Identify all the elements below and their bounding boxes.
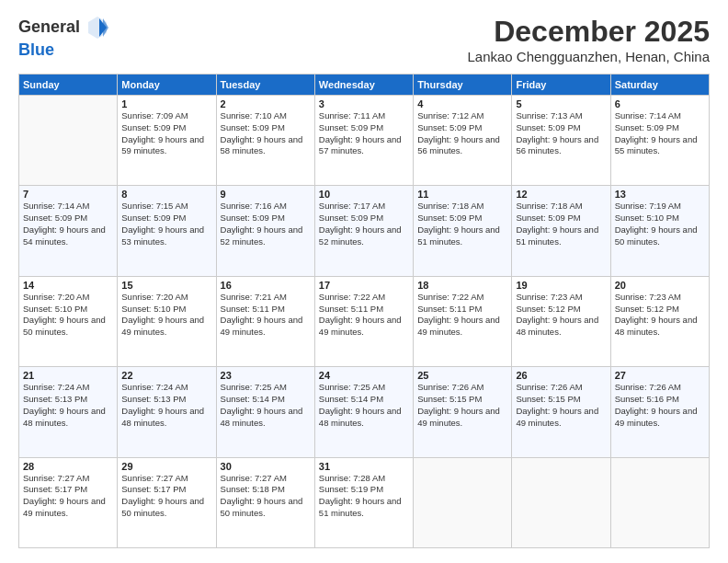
day-number: 21 bbox=[23, 370, 113, 381]
logo: General Blue bbox=[18, 15, 108, 60]
calendar-cell: 9 Sunrise: 7:16 AMSunset: 5:09 PMDayligh… bbox=[216, 186, 314, 276]
calendar-cell: 3 Sunrise: 7:11 AMSunset: 5:09 PMDayligh… bbox=[314, 96, 413, 186]
calendar-cell: 15 Sunrise: 7:20 AMSunset: 5:10 PMDaylig… bbox=[118, 276, 216, 366]
day-number: 8 bbox=[121, 189, 211, 200]
day-number: 2 bbox=[221, 98, 311, 109]
header: General Blue December 2025 Lankao Chengg… bbox=[18, 15, 710, 64]
day-number: 5 bbox=[516, 98, 606, 109]
calendar-week-1: 1 Sunrise: 7:09 AMSunset: 5:09 PMDayligh… bbox=[19, 96, 710, 186]
day-info: Sunrise: 7:23 AMSunset: 5:12 PMDaylight:… bbox=[615, 292, 705, 339]
weekday-header-wednesday: Wednesday bbox=[314, 75, 413, 96]
weekday-header-row: SundayMondayTuesdayWednesdayThursdayFrid… bbox=[19, 75, 710, 96]
weekday-header-sunday: Sunday bbox=[19, 75, 118, 96]
weekday-header-friday: Friday bbox=[512, 75, 610, 96]
day-number: 25 bbox=[417, 370, 507, 381]
calendar-cell: 13 Sunrise: 7:19 AMSunset: 5:10 PMDaylig… bbox=[610, 186, 709, 276]
day-info: Sunrise: 7:24 AMSunset: 5:13 PMDaylight:… bbox=[23, 382, 113, 429]
location-title: Lankao Chengguanzhen, Henan, China bbox=[467, 49, 710, 64]
day-number: 27 bbox=[615, 370, 705, 381]
day-info: Sunrise: 7:20 AMSunset: 5:10 PMDaylight:… bbox=[23, 292, 113, 339]
calendar-cell: 28 Sunrise: 7:27 AMSunset: 5:17 PMDaylig… bbox=[19, 457, 118, 547]
day-number: 26 bbox=[516, 370, 606, 381]
day-info: Sunrise: 7:18 AMSunset: 5:09 PMDaylight:… bbox=[417, 201, 507, 247]
day-number: 20 bbox=[615, 280, 705, 291]
day-number: 31 bbox=[319, 461, 409, 472]
day-number: 9 bbox=[221, 189, 311, 200]
weekday-header-monday: Monday bbox=[118, 75, 216, 96]
day-info: Sunrise: 7:13 AMSunset: 5:09 PMDaylight:… bbox=[516, 110, 606, 157]
day-info: Sunrise: 7:21 AMSunset: 5:11 PMDaylight:… bbox=[221, 292, 311, 339]
calendar-cell: 22 Sunrise: 7:24 AMSunset: 5:13 PMDaylig… bbox=[118, 367, 216, 457]
day-info: Sunrise: 7:26 AMSunset: 5:16 PMDaylight:… bbox=[615, 382, 705, 429]
day-info: Sunrise: 7:23 AMSunset: 5:12 PMDaylight:… bbox=[516, 292, 606, 339]
calendar-cell: 29 Sunrise: 7:27 AMSunset: 5:17 PMDaylig… bbox=[118, 457, 216, 547]
day-number: 10 bbox=[319, 189, 409, 200]
day-info: Sunrise: 7:11 AMSunset: 5:09 PMDaylight:… bbox=[319, 110, 409, 157]
day-number: 30 bbox=[221, 461, 311, 472]
day-info: Sunrise: 7:15 AMSunset: 5:09 PMDaylight:… bbox=[121, 201, 211, 247]
calendar-cell: 17 Sunrise: 7:22 AMSunset: 5:11 PMDaylig… bbox=[314, 276, 413, 366]
calendar-cell: 30 Sunrise: 7:27 AMSunset: 5:18 PMDaylig… bbox=[216, 457, 314, 547]
day-info: Sunrise: 7:22 AMSunset: 5:11 PMDaylight:… bbox=[417, 292, 507, 339]
day-info: Sunrise: 7:20 AMSunset: 5:10 PMDaylight:… bbox=[121, 292, 211, 339]
day-number: 16 bbox=[221, 280, 311, 291]
day-info: Sunrise: 7:14 AMSunset: 5:09 PMDaylight:… bbox=[615, 110, 705, 157]
calendar-cell: 16 Sunrise: 7:21 AMSunset: 5:11 PMDaylig… bbox=[216, 276, 314, 366]
day-info: Sunrise: 7:10 AMSunset: 5:09 PMDaylight:… bbox=[221, 110, 311, 157]
calendar-week-3: 14 Sunrise: 7:20 AMSunset: 5:10 PMDaylig… bbox=[19, 276, 710, 366]
calendar-cell: 18 Sunrise: 7:22 AMSunset: 5:11 PMDaylig… bbox=[414, 276, 512, 366]
calendar-cell: 7 Sunrise: 7:14 AMSunset: 5:09 PMDayligh… bbox=[19, 186, 118, 276]
logo-general: General bbox=[18, 15, 108, 40]
day-number: 3 bbox=[319, 98, 409, 109]
day-info: Sunrise: 7:19 AMSunset: 5:10 PMDaylight:… bbox=[615, 201, 705, 247]
calendar-cell: 4 Sunrise: 7:12 AMSunset: 5:09 PMDayligh… bbox=[414, 96, 512, 186]
day-info: Sunrise: 7:27 AMSunset: 5:17 PMDaylight:… bbox=[23, 473, 113, 520]
day-info: Sunrise: 7:09 AMSunset: 5:09 PMDaylight:… bbox=[121, 110, 211, 157]
weekday-header-thursday: Thursday bbox=[414, 75, 512, 96]
calendar-cell: 31 Sunrise: 7:28 AMSunset: 5:19 PMDaylig… bbox=[314, 457, 413, 547]
month-title: December 2025 bbox=[467, 15, 710, 49]
day-number: 6 bbox=[615, 98, 705, 109]
day-info: Sunrise: 7:22 AMSunset: 5:11 PMDaylight:… bbox=[319, 292, 409, 339]
calendar-cell: 12 Sunrise: 7:18 AMSunset: 5:09 PMDaylig… bbox=[512, 186, 610, 276]
day-number: 15 bbox=[121, 280, 211, 291]
calendar-cell: 1 Sunrise: 7:09 AMSunset: 5:09 PMDayligh… bbox=[118, 96, 216, 186]
day-info: Sunrise: 7:17 AMSunset: 5:09 PMDaylight:… bbox=[319, 201, 409, 247]
calendar-week-5: 28 Sunrise: 7:27 AMSunset: 5:17 PMDaylig… bbox=[19, 457, 710, 547]
day-info: Sunrise: 7:14 AMSunset: 5:09 PMDaylight:… bbox=[23, 201, 113, 247]
calendar-week-2: 7 Sunrise: 7:14 AMSunset: 5:09 PMDayligh… bbox=[19, 186, 710, 276]
calendar-cell bbox=[610, 457, 709, 547]
day-info: Sunrise: 7:27 AMSunset: 5:18 PMDaylight:… bbox=[221, 473, 311, 520]
day-info: Sunrise: 7:27 AMSunset: 5:17 PMDaylight:… bbox=[121, 473, 211, 520]
title-block: December 2025 Lankao Chengguanzhen, Hena… bbox=[467, 15, 710, 64]
calendar-cell: 6 Sunrise: 7:14 AMSunset: 5:09 PMDayligh… bbox=[610, 96, 709, 186]
calendar-cell: 11 Sunrise: 7:18 AMSunset: 5:09 PMDaylig… bbox=[414, 186, 512, 276]
day-number: 11 bbox=[417, 189, 507, 200]
calendar-cell bbox=[414, 457, 512, 547]
day-number: 18 bbox=[417, 280, 507, 291]
day-info: Sunrise: 7:12 AMSunset: 5:09 PMDaylight:… bbox=[417, 110, 507, 157]
day-info: Sunrise: 7:16 AMSunset: 5:09 PMDaylight:… bbox=[221, 201, 311, 247]
logo-icon bbox=[86, 15, 108, 40]
day-number: 23 bbox=[221, 370, 311, 381]
page: General Blue December 2025 Lankao Chengg… bbox=[0, 0, 728, 563]
day-number: 7 bbox=[23, 189, 113, 200]
calendar-cell: 23 Sunrise: 7:25 AMSunset: 5:14 PMDaylig… bbox=[216, 367, 314, 457]
weekday-header-tuesday: Tuesday bbox=[216, 75, 314, 96]
day-number: 1 bbox=[121, 98, 211, 109]
weekday-header-saturday: Saturday bbox=[610, 75, 709, 96]
calendar-cell: 10 Sunrise: 7:17 AMSunset: 5:09 PMDaylig… bbox=[314, 186, 413, 276]
calendar-cell: 2 Sunrise: 7:10 AMSunset: 5:09 PMDayligh… bbox=[216, 96, 314, 186]
calendar-cell bbox=[512, 457, 610, 547]
day-number: 22 bbox=[121, 370, 211, 381]
day-number: 4 bbox=[417, 98, 507, 109]
day-info: Sunrise: 7:26 AMSunset: 5:15 PMDaylight:… bbox=[516, 382, 606, 429]
day-info: Sunrise: 7:25 AMSunset: 5:14 PMDaylight:… bbox=[221, 382, 311, 429]
day-info: Sunrise: 7:25 AMSunset: 5:14 PMDaylight:… bbox=[319, 382, 409, 429]
calendar-cell bbox=[19, 96, 118, 186]
calendar-cell: 21 Sunrise: 7:24 AMSunset: 5:13 PMDaylig… bbox=[19, 367, 118, 457]
calendar-cell: 24 Sunrise: 7:25 AMSunset: 5:14 PMDaylig… bbox=[314, 367, 413, 457]
day-info: Sunrise: 7:26 AMSunset: 5:15 PMDaylight:… bbox=[417, 382, 507, 429]
calendar-table: SundayMondayTuesdayWednesdayThursdayFrid… bbox=[18, 74, 710, 548]
day-number: 17 bbox=[319, 280, 409, 291]
